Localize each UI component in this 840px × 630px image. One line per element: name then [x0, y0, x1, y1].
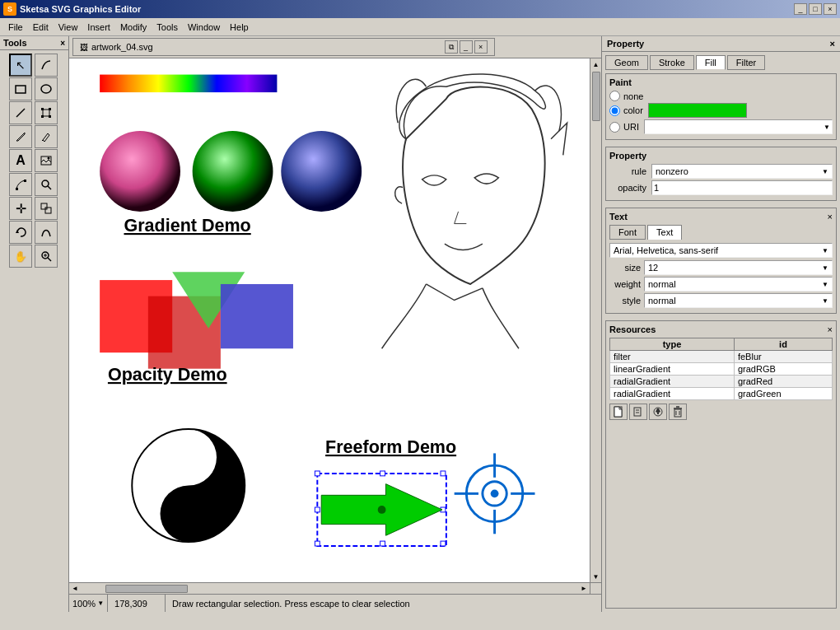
tab-geom[interactable]: Geom: [605, 55, 648, 70]
table-row[interactable]: filter feBlur: [610, 351, 833, 363]
svg-rect-45: [441, 541, 446, 546]
tool-hand[interactable]: ✋: [9, 245, 32, 268]
rule-label: rule: [609, 166, 646, 176]
paint-color-radio[interactable]: [609, 105, 620, 116]
tab-fill[interactable]: Fill: [696, 55, 726, 70]
tab-stroke[interactable]: Stroke: [650, 55, 694, 70]
tools-close-button[interactable]: ×: [60, 39, 65, 48]
font-family-dropdown[interactable]: Arial, Helvetica, sans-serif ▼: [609, 243, 833, 258]
opacity-row: opacity: [609, 180, 833, 195]
table-row[interactable]: radialGradient gradGreen: [610, 388, 833, 400]
tool-freehand[interactable]: [35, 54, 58, 77]
tab-minimize-button[interactable]: _: [460, 40, 473, 54]
scroll-down-button[interactable]: ▼: [590, 571, 601, 582]
tool-bezier[interactable]: [35, 221, 58, 244]
svg-text:Opacity Demo: Opacity Demo: [108, 365, 227, 385]
menu-help[interactable]: Help: [225, 21, 254, 34]
menu-tools[interactable]: Tools: [152, 21, 183, 34]
menu-modify[interactable]: Modify: [115, 21, 152, 34]
font-style-dropdown[interactable]: normal ▼: [644, 293, 833, 308]
menu-view[interactable]: View: [54, 21, 83, 34]
menu-edit[interactable]: Edit: [28, 21, 54, 34]
tool-node-edit[interactable]: [9, 173, 32, 196]
tool-line[interactable]: [9, 101, 32, 124]
paint-uri-radio[interactable]: [609, 122, 620, 133]
paint-color-option[interactable]: color: [609, 105, 643, 116]
uri-dropdown[interactable]: ▼: [644, 119, 833, 134]
font-style-value: normal: [648, 296, 676, 306]
scroll-up-button[interactable]: ▲: [590, 58, 601, 70]
tool-eyedropper[interactable]: [35, 125, 58, 148]
paint-color-row: color: [609, 103, 833, 118]
canvas-tab[interactable]: 🖼 artwork_04.svg ⧉ _ ×: [72, 38, 495, 56]
tool-transform[interactable]: [35, 101, 58, 124]
res-type-3: radialGradient: [610, 388, 735, 400]
svg-point-25: [193, 131, 273, 212]
tool-group[interactable]: [35, 197, 58, 220]
text-section: Text × Font Text Arial, Helvetica, sans-…: [605, 208, 837, 314]
text-section-close[interactable]: ×: [828, 212, 833, 222]
tab-filter[interactable]: Filter: [727, 55, 765, 70]
status-bar: 100% ▼ 178,309 Draw rectangular selectio…: [69, 594, 601, 612]
scroll-right-button[interactable]: ►: [578, 583, 590, 594]
table-row[interactable]: linearGradient gradRGB: [610, 363, 833, 376]
paint-uri-label: URI: [623, 122, 639, 132]
font-weight-value: normal: [648, 279, 676, 289]
tool-text[interactable]: A: [9, 149, 32, 172]
tool-zoom[interactable]: [35, 173, 58, 196]
resources-close[interactable]: ×: [828, 324, 833, 334]
font-weight-arrow: ▼: [822, 281, 828, 288]
paint-section-title: Paint: [609, 77, 833, 87]
rule-row: rule nonzero ▼: [609, 164, 833, 179]
maximize-button[interactable]: □: [809, 3, 822, 15]
minimize-button[interactable]: _: [794, 3, 807, 15]
svg-rect-3: [43, 110, 49, 116]
font-weight-dropdown[interactable]: normal ▼: [644, 277, 833, 292]
text-tab-text[interactable]: Text: [647, 225, 682, 240]
horizontal-scrollbar[interactable]: ◄ ►: [69, 582, 590, 594]
tool-magnify[interactable]: [35, 245, 58, 268]
svg-rect-16: [41, 203, 47, 209]
scroll-left-button[interactable]: ◄: [69, 583, 81, 594]
svg-point-26: [281, 131, 362, 212]
vertical-scrollbar[interactable]: ▲ ▼: [590, 58, 601, 582]
svg-rect-17: [45, 208, 51, 213]
rule-dropdown[interactable]: nonzero ▼: [651, 164, 833, 179]
tab-close-button[interactable]: ×: [474, 40, 488, 54]
property-panel-title: Property: [607, 39, 644, 49]
opacity-input[interactable]: [651, 180, 833, 195]
tool-rotate[interactable]: [9, 221, 32, 244]
res-new-button[interactable]: [609, 404, 628, 420]
close-window-button[interactable]: ×: [824, 3, 837, 15]
paint-none-radio[interactable]: [609, 91, 620, 101]
menu-window[interactable]: Window: [183, 21, 225, 34]
zoom-dropdown-arrow[interactable]: ▼: [97, 600, 104, 607]
font-size-dropdown[interactable]: 12 ▼: [644, 260, 833, 275]
res-delete-button[interactable]: [669, 404, 687, 420]
tool-image[interactable]: [35, 149, 58, 172]
paint-color-label: color: [623, 105, 643, 115]
res-properties-button[interactable]: [649, 404, 667, 420]
canvas-inner[interactable]: Gradient Demo Opacity Demo: [69, 58, 590, 582]
tool-move[interactable]: ✛: [9, 197, 32, 220]
menu-insert[interactable]: Insert: [82, 21, 115, 34]
col-type: type: [610, 338, 735, 351]
svg-canvas[interactable]: Gradient Demo Opacity Demo: [69, 58, 590, 582]
text-tab-font[interactable]: Font: [609, 225, 646, 240]
res-id-0: feBlur: [734, 351, 832, 363]
tool-pencil[interactable]: [9, 125, 32, 148]
tool-ellipse[interactable]: [35, 77, 58, 100]
text-tabs: Font Text: [609, 225, 833, 240]
table-row[interactable]: radialGradient gradRed: [610, 376, 833, 388]
property-panel-close[interactable]: ×: [830, 39, 835, 49]
tool-rectangle[interactable]: [9, 77, 32, 100]
menu-file[interactable]: File: [3, 21, 28, 34]
resources-table-container[interactable]: type id filter feBlur linearGradient gra…: [609, 338, 833, 400]
tool-select-arrow[interactable]: ↖: [9, 54, 32, 77]
color-swatch[interactable]: [648, 103, 747, 118]
paint-uri-option[interactable]: URI: [609, 122, 639, 133]
tab-restore-button[interactable]: ⧉: [445, 40, 458, 54]
paint-none-option[interactable]: none: [609, 91, 643, 101]
res-edit-button[interactable]: [629, 404, 647, 420]
svg-rect-23: [100, 75, 277, 93]
